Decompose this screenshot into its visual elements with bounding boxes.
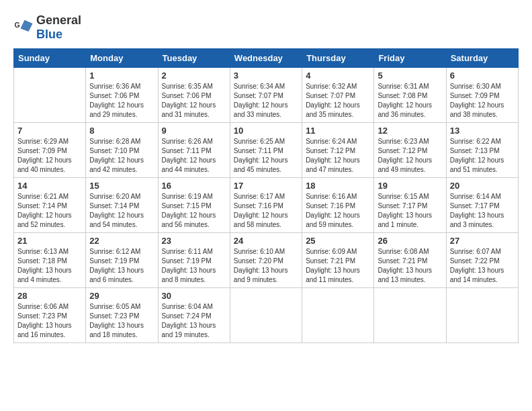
day-info: Sunrise: 6:11 AMSunset: 7:19 PMDaylight:… <box>162 247 226 285</box>
day-info: Sunrise: 6:26 AMSunset: 7:11 PMDaylight:… <box>162 137 226 175</box>
day-number: 8 <box>89 126 154 136</box>
day-number: 20 <box>450 181 515 191</box>
calendar-cell <box>230 288 302 343</box>
calendar-cell: 30Sunrise: 6:04 AMSunset: 7:24 PMDayligh… <box>158 288 230 343</box>
day-number: 27 <box>450 236 515 246</box>
svg-marker-1 <box>21 20 33 32</box>
day-info: Sunrise: 6:17 AMSunset: 7:16 PMDaylight:… <box>234 192 298 230</box>
calendar-cell: 4Sunrise: 6:32 AMSunset: 7:07 PMDaylight… <box>302 68 374 123</box>
day-number: 1 <box>89 71 154 81</box>
day-info: Sunrise: 6:05 AMSunset: 7:23 PMDaylight:… <box>89 302 154 340</box>
day-info: Sunrise: 6:21 AMSunset: 7:14 PMDaylight:… <box>17 192 82 230</box>
week-row-4: 21Sunrise: 6:13 AMSunset: 7:18 PMDayligh… <box>14 233 519 288</box>
day-info: Sunrise: 6:06 AMSunset: 7:23 PMDaylight:… <box>17 302 82 340</box>
day-number: 26 <box>378 236 442 246</box>
day-number: 15 <box>89 181 154 191</box>
calendar-cell: 22Sunrise: 6:12 AMSunset: 7:19 PMDayligh… <box>86 233 158 288</box>
day-number: 24 <box>234 236 298 246</box>
day-number: 12 <box>378 126 442 136</box>
day-number: 23 <box>162 236 226 246</box>
calendar-cell: 1Sunrise: 6:36 AMSunset: 7:06 PMDaylight… <box>86 68 158 123</box>
calendar-cell: 28Sunrise: 6:06 AMSunset: 7:23 PMDayligh… <box>14 288 86 343</box>
day-info: Sunrise: 6:20 AMSunset: 7:14 PMDaylight:… <box>89 192 154 230</box>
day-number: 5 <box>378 71 442 81</box>
day-info: Sunrise: 6:28 AMSunset: 7:10 PMDaylight:… <box>89 137 154 175</box>
day-number: 22 <box>89 236 154 246</box>
day-number: 10 <box>234 126 298 136</box>
day-number: 14 <box>17 181 82 191</box>
calendar-header-row: SundayMondayTuesdayWednesdayThursdayFrid… <box>14 49 519 68</box>
day-info: Sunrise: 6:24 AMSunset: 7:12 PMDaylight:… <box>306 137 370 175</box>
calendar-cell <box>14 68 86 123</box>
calendar-cell: 27Sunrise: 6:07 AMSunset: 7:22 PMDayligh… <box>446 233 518 288</box>
day-info: Sunrise: 6:08 AMSunset: 7:21 PMDaylight:… <box>378 247 442 285</box>
day-number: 2 <box>162 71 226 81</box>
day-number: 19 <box>378 181 442 191</box>
week-row-1: 1Sunrise: 6:36 AMSunset: 7:06 PMDaylight… <box>14 68 519 123</box>
day-info: Sunrise: 6:16 AMSunset: 7:16 PMDaylight:… <box>306 192 370 230</box>
calendar-cell: 11Sunrise: 6:24 AMSunset: 7:12 PMDayligh… <box>302 123 374 178</box>
day-info: Sunrise: 6:04 AMSunset: 7:24 PMDaylight:… <box>162 302 226 340</box>
day-info: Sunrise: 6:35 AMSunset: 7:06 PMDaylight:… <box>162 82 226 120</box>
header-saturday: Saturday <box>446 49 518 68</box>
calendar-cell: 24Sunrise: 6:10 AMSunset: 7:20 PMDayligh… <box>230 233 302 288</box>
calendar-cell: 7Sunrise: 6:29 AMSunset: 7:09 PMDaylight… <box>14 123 86 178</box>
calendar-cell: 20Sunrise: 6:14 AMSunset: 7:17 PMDayligh… <box>446 178 518 233</box>
calendar-cell: 19Sunrise: 6:15 AMSunset: 7:17 PMDayligh… <box>374 178 446 233</box>
calendar-cell: 9Sunrise: 6:26 AMSunset: 7:11 PMDaylight… <box>158 123 230 178</box>
calendar-cell: 3Sunrise: 6:34 AMSunset: 7:07 PMDaylight… <box>230 68 302 123</box>
calendar-cell: 2Sunrise: 6:35 AMSunset: 7:06 PMDaylight… <box>158 68 230 123</box>
day-info: Sunrise: 6:34 AMSunset: 7:07 PMDaylight:… <box>234 82 298 120</box>
header-friday: Friday <box>374 49 446 68</box>
calendar-cell <box>302 288 374 343</box>
logo: G General Blue <box>13 13 81 42</box>
day-number: 18 <box>306 181 370 191</box>
day-info: Sunrise: 6:22 AMSunset: 7:13 PMDaylight:… <box>450 137 515 175</box>
day-number: 6 <box>450 71 515 81</box>
calendar-cell: 10Sunrise: 6:25 AMSunset: 7:11 PMDayligh… <box>230 123 302 178</box>
day-info: Sunrise: 6:15 AMSunset: 7:17 PMDaylight:… <box>378 192 442 230</box>
day-info: Sunrise: 6:23 AMSunset: 7:12 PMDaylight:… <box>378 137 442 175</box>
day-number: 4 <box>306 71 370 81</box>
calendar-cell: 17Sunrise: 6:17 AMSunset: 7:16 PMDayligh… <box>230 178 302 233</box>
day-info: Sunrise: 6:31 AMSunset: 7:08 PMDaylight:… <box>378 82 442 120</box>
calendar-cell <box>374 288 446 343</box>
calendar-cell: 23Sunrise: 6:11 AMSunset: 7:19 PMDayligh… <box>158 233 230 288</box>
day-info: Sunrise: 6:29 AMSunset: 7:09 PMDaylight:… <box>17 137 82 175</box>
day-number: 13 <box>450 126 515 136</box>
day-number: 30 <box>162 291 226 301</box>
header-monday: Monday <box>86 49 158 68</box>
day-number: 21 <box>17 236 82 246</box>
day-info: Sunrise: 6:09 AMSunset: 7:21 PMDaylight:… <box>306 247 370 285</box>
day-info: Sunrise: 6:19 AMSunset: 7:15 PMDaylight:… <box>162 192 226 230</box>
calendar-cell: 5Sunrise: 6:31 AMSunset: 7:08 PMDaylight… <box>374 68 446 123</box>
day-info: Sunrise: 6:32 AMSunset: 7:07 PMDaylight:… <box>306 82 370 120</box>
day-number: 29 <box>89 291 154 301</box>
calendar-cell: 12Sunrise: 6:23 AMSunset: 7:12 PMDayligh… <box>374 123 446 178</box>
calendar-table: SundayMondayTuesdayWednesdayThursdayFrid… <box>13 48 519 343</box>
header-wednesday: Wednesday <box>230 49 302 68</box>
calendar-cell: 29Sunrise: 6:05 AMSunset: 7:23 PMDayligh… <box>86 288 158 343</box>
calendar-cell: 25Sunrise: 6:09 AMSunset: 7:21 PMDayligh… <box>302 233 374 288</box>
header-tuesday: Tuesday <box>158 49 230 68</box>
week-row-2: 7Sunrise: 6:29 AMSunset: 7:09 PMDaylight… <box>14 123 519 178</box>
calendar-cell: 13Sunrise: 6:22 AMSunset: 7:13 PMDayligh… <box>446 123 518 178</box>
calendar-cell: 8Sunrise: 6:28 AMSunset: 7:10 PMDaylight… <box>86 123 158 178</box>
day-info: Sunrise: 6:12 AMSunset: 7:19 PMDaylight:… <box>89 247 154 285</box>
day-info: Sunrise: 6:30 AMSunset: 7:09 PMDaylight:… <box>450 82 515 120</box>
page-header: G General Blue <box>13 13 519 42</box>
day-number: 11 <box>306 126 370 136</box>
day-info: Sunrise: 6:36 AMSunset: 7:06 PMDaylight:… <box>89 82 154 120</box>
calendar-cell: 16Sunrise: 6:19 AMSunset: 7:15 PMDayligh… <box>158 178 230 233</box>
day-number: 28 <box>17 291 82 301</box>
calendar-cell: 18Sunrise: 6:16 AMSunset: 7:16 PMDayligh… <box>302 178 374 233</box>
header-sunday: Sunday <box>14 49 86 68</box>
logo-text: General Blue <box>36 13 81 42</box>
day-number: 9 <box>162 126 226 136</box>
day-info: Sunrise: 6:13 AMSunset: 7:18 PMDaylight:… <box>17 247 82 285</box>
day-number: 25 <box>306 236 370 246</box>
day-info: Sunrise: 6:14 AMSunset: 7:17 PMDaylight:… <box>450 192 515 230</box>
day-info: Sunrise: 6:10 AMSunset: 7:20 PMDaylight:… <box>234 247 298 285</box>
day-number: 3 <box>234 71 298 81</box>
week-row-3: 14Sunrise: 6:21 AMSunset: 7:14 PMDayligh… <box>14 178 519 233</box>
